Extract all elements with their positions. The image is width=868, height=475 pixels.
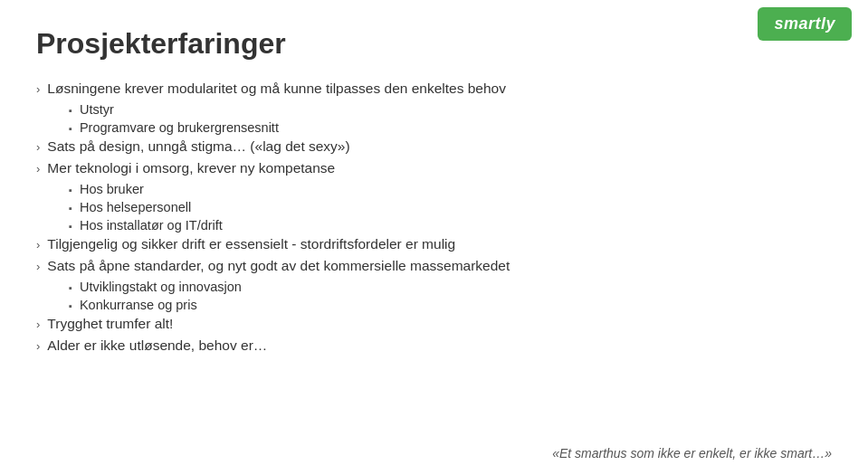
chevron-icon: › bbox=[36, 318, 40, 331]
list-item: › Sats på design, unngå stigma… («lag de… bbox=[36, 138, 832, 155]
dash-icon: ▪ bbox=[69, 221, 72, 232]
bullet-text: Løsningene krever modularitet og må kunn… bbox=[47, 81, 506, 97]
dash-icon: ▪ bbox=[69, 123, 72, 134]
chevron-icon: › bbox=[36, 238, 40, 252]
logo-text: smartly bbox=[774, 14, 835, 33]
slide: smartly Prosjekterfaringer › Løsningene … bbox=[0, 0, 868, 475]
chevron-icon: › bbox=[36, 82, 40, 96]
bullet-text: Programvare og brukergrensesnitt bbox=[80, 120, 279, 135]
bullet-text: Utviklingstakt og innovasjon bbox=[80, 280, 242, 294]
chevron-icon: › bbox=[36, 339, 40, 353]
list-item: ▪ Programvare og brukergrensesnitt bbox=[69, 120, 832, 135]
dash-icon: ▪ bbox=[69, 185, 72, 195]
list-item: ▪ Konkurranse og pris bbox=[69, 298, 832, 312]
bullet-text: Hos helsepersonell bbox=[80, 200, 191, 214]
list-item: › Trygghet trumfer alt! bbox=[36, 316, 832, 332]
list-item: › Sats på åpne standarder, og nyt godt a… bbox=[36, 258, 832, 274]
list-item: › Tilgjengelig og sikker drift er essens… bbox=[36, 236, 832, 252]
sub-items: ▪ Utstyr ▪ Programvare og brukergrensesn… bbox=[36, 102, 832, 135]
list-item: ▪ Hos installatør og IT/drift bbox=[69, 218, 832, 233]
list-item: › Mer teknologi i omsorg, krever ny komp… bbox=[36, 160, 832, 176]
bullet-text: Sats på åpne standarder, og nyt godt av … bbox=[47, 258, 510, 274]
dash-icon: ▪ bbox=[69, 105, 72, 116]
footer-quote: «Et smarthus som ikke er enkelt, er ikke… bbox=[552, 446, 832, 461]
chevron-icon: › bbox=[36, 260, 40, 273]
sub-items: ▪ Hos bruker ▪ Hos helsepersonell ▪ Hos … bbox=[36, 182, 832, 233]
bullet-text: Tilgjengelig og sikker drift er essensie… bbox=[47, 236, 455, 252]
bullet-text: Hos installatør og IT/drift bbox=[80, 218, 223, 233]
list-item: ▪ Utstyr bbox=[69, 102, 832, 117]
list-item: › Alder er ikke utløsende, behov er… bbox=[36, 337, 832, 354]
dash-icon: ▪ bbox=[69, 300, 72, 311]
bullet-text: Trygghet trumfer alt! bbox=[47, 316, 173, 332]
list-item: › Løsningene krever modularitet og må ku… bbox=[36, 81, 832, 97]
list-item: ▪ Utviklingstakt og innovasjon bbox=[69, 280, 832, 294]
bullet-text: Sats på design, unngå stigma… («lag det … bbox=[47, 138, 349, 155]
smartly-logo: smartly bbox=[758, 7, 852, 41]
bullet-text: Mer teknologi i omsorg, krever ny kompet… bbox=[47, 160, 335, 176]
bullet-text: Utstyr bbox=[80, 102, 114, 117]
list-item: ▪ Hos helsepersonell bbox=[69, 200, 832, 214]
sub-items: ▪ Utviklingstakt og innovasjon ▪ Konkurr… bbox=[36, 280, 832, 312]
chevron-icon: › bbox=[36, 162, 40, 176]
bullet-text: Alder er ikke utløsende, behov er… bbox=[47, 337, 267, 354]
bullet-text: Hos bruker bbox=[80, 182, 144, 196]
bullet-text: Konkurranse og pris bbox=[80, 298, 197, 312]
dash-icon: ▪ bbox=[69, 203, 72, 214]
chevron-icon: › bbox=[36, 140, 40, 154]
page-title: Prosjekterfaringer bbox=[36, 27, 832, 61]
dash-icon: ▪ bbox=[69, 282, 72, 293]
bullet-list-container: › Løsningene krever modularitet og må ku… bbox=[36, 81, 832, 354]
list-item: ▪ Hos bruker bbox=[69, 182, 832, 196]
